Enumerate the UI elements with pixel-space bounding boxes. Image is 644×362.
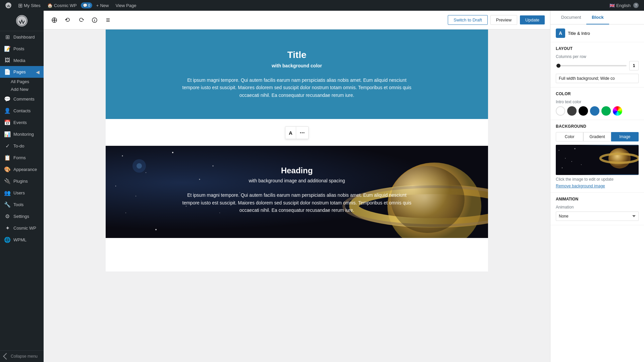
svg-point-6 [303, 132, 304, 133]
preview-button[interactable]: Preview [490, 15, 517, 25]
sidebar-item-tools[interactable]: 🔧 Tools [0, 199, 44, 210]
sidebar-subitem-add-new[interactable]: Add New [0, 85, 44, 93]
tab-document[interactable]: Document [556, 11, 586, 24]
section-white [106, 238, 488, 272]
sidebar-item-cosmic-wp[interactable]: ✦ Cosmic WP [0, 222, 44, 234]
admin-bar: ⊞ My Sites 🏠 Cosmic WP 💬 0 + New View Pa… [0, 0, 644, 11]
editor-canvas[interactable]: Title with background color Et ipsum mag… [44, 29, 550, 362]
all-pages-label: All Pages [11, 79, 29, 84]
sidebar-item-todo[interactable]: ✓ To-do [0, 140, 44, 152]
color-swatch-custom[interactable] [613, 106, 622, 116]
tab-block[interactable]: Block [586, 11, 609, 24]
site-icon: 🏠 [47, 3, 53, 8]
section-gap[interactable]: A [106, 119, 488, 146]
svg-point-12 [155, 229, 157, 230]
tools-label: Tools [13, 202, 23, 207]
section-space[interactable]: Heading with background image and additi… [106, 146, 488, 238]
sidebar-item-media[interactable]: 🖼 Media [0, 55, 44, 66]
users-icon: 👥 [4, 190, 11, 196]
svg-point-21 [115, 186, 116, 186]
sidebar-item-settings[interactable]: ⚙ Settings [0, 210, 44, 222]
block-more-btn[interactable] [296, 127, 308, 139]
dashboard-icon: ⊞ [4, 34, 11, 40]
posts-label: Posts [13, 46, 24, 51]
container-width-input[interactable] [556, 74, 639, 83]
adminbar-new[interactable]: + New [94, 0, 112, 11]
adminbar-wp-logo[interactable] [3, 0, 14, 11]
appearance-icon: 🎨 [4, 166, 11, 173]
sidebar-item-plugins[interactable]: 🔌 Plugins [0, 175, 44, 187]
panel-tabs: Document Block [550, 11, 644, 24]
sidebar-item-users[interactable]: 👥 Users [0, 187, 44, 199]
bg-tab-color[interactable]: Color [556, 132, 583, 141]
remove-bg-image-link[interactable]: Remove background image [556, 184, 639, 188]
sites-icon: ⊞ [18, 2, 22, 9]
columns-slider-thumb[interactable] [556, 64, 560, 68]
section-hero[interactable]: Title with background color Et ipsum mag… [106, 29, 488, 119]
adminbar-my-sites[interactable]: ⊞ My Sites [15, 0, 43, 11]
sidebar-item-forms[interactable]: 📋 Forms [0, 152, 44, 164]
hero-title: Title [119, 50, 475, 60]
sidebar-item-appearance[interactable]: 🎨 Appearance [0, 164, 44, 175]
color-swatch-blue[interactable] [590, 106, 599, 116]
undo-button[interactable] [62, 15, 73, 25]
background-image-thumbnail[interactable] [556, 145, 639, 175]
sidebar-item-events[interactable]: 📅 Events [0, 117, 44, 128]
sidebar-item-monitoring[interactable]: 📊 Monitoring [0, 128, 44, 140]
info-button[interactable] [89, 15, 100, 25]
switch-to-draft-button[interactable]: Switch to Draft [448, 15, 488, 25]
adminbar-site-name[interactable]: 🏠 Cosmic WP [45, 0, 79, 11]
sidebar-item-pages[interactable]: 📄 Pages ◀ [0, 66, 44, 78]
adminbar-view-page[interactable]: View Page [113, 0, 139, 11]
sidebar-item-contacts[interactable]: 👤 Contacts [0, 105, 44, 117]
sidebar-item-wpml[interactable]: 🌐 WPML [0, 234, 44, 246]
view-page-label: View Page [115, 3, 136, 8]
sidebar-subitem-all-pages[interactable]: All Pages [0, 78, 44, 85]
block-type-label: Title & Intro [568, 31, 590, 36]
settings-icon: ⚙ [4, 213, 11, 220]
panel-block-header: A Title & Intro [550, 24, 644, 42]
events-icon: 📅 [4, 119, 11, 126]
svg-point-33 [562, 168, 562, 168]
pages-label: Pages [13, 69, 26, 74]
animation-select[interactable] [556, 212, 639, 221]
monitoring-label: Monitoring [13, 132, 34, 137]
animation-section-title: Animation [556, 197, 639, 201]
block-type-btn[interactable]: A [285, 127, 296, 139]
update-button[interactable]: Update [520, 15, 545, 24]
adminbar-language[interactable]: 🇬🇧 English ? [607, 0, 641, 11]
comments-label: Comments [13, 97, 35, 102]
add-block-button[interactable] [49, 15, 60, 25]
animation-label: Animation [556, 205, 639, 209]
color-swatch-dark-gray[interactable] [567, 106, 577, 116]
forms-icon: 📋 [4, 155, 11, 161]
comments-icon: 💬 [4, 96, 11, 102]
layout-section-title: Layout [556, 46, 639, 51]
pages-icon: 📄 [4, 69, 11, 75]
toolbar-right: Switch to Draft Preview Update [448, 15, 545, 25]
sidebar-item-comments[interactable]: 💬 Comments [0, 93, 44, 105]
new-label: New [100, 3, 109, 8]
block-type-icon: A [556, 28, 565, 38]
canvas-inner: Title with background color Et ipsum mag… [106, 29, 488, 272]
panel-animation-section: Animation Animation [550, 193, 644, 225]
redo-button[interactable] [76, 15, 87, 25]
bg-tab-image[interactable]: Image [611, 132, 639, 141]
plus-icon: + [96, 3, 99, 8]
bg-tab-gradient[interactable]: Gradient [583, 132, 611, 141]
sidebar-collapse-btn[interactable]: Collapse menu [0, 350, 44, 362]
adminbar-comments[interactable]: 💬 0 [81, 2, 92, 8]
contacts-icon: 👤 [4, 108, 11, 114]
color-swatch-white[interactable] [556, 106, 565, 116]
list-view-button[interactable] [103, 15, 113, 25]
contacts-label: Contacts [13, 108, 31, 113]
color-swatch-green[interactable] [601, 106, 611, 116]
dashboard-label: Dashboard [13, 35, 35, 40]
svg-point-36 [608, 148, 631, 169]
color-swatches [556, 106, 639, 116]
posts-icon: 📝 [4, 46, 11, 52]
svg-point-31 [575, 148, 576, 149]
sidebar-item-posts[interactable]: 📝 Posts [0, 43, 44, 55]
sidebar-item-dashboard[interactable]: ⊞ Dashboard [0, 31, 44, 43]
color-swatch-black[interactable] [579, 106, 588, 116]
